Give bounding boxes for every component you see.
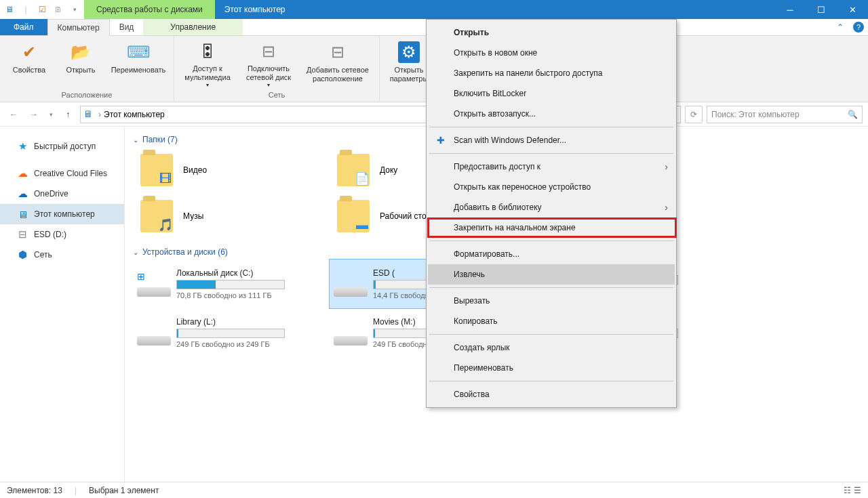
navigation-pane: ★Быстрый доступ☁Creative Cloud Files☁One… xyxy=(0,127,125,495)
ctx-give-access[interactable]: Предоставить доступ к xyxy=(428,157,675,177)
recent-dropdown[interactable]: ▾ xyxy=(46,106,56,123)
sidebar-item[interactable]: ☁OneDrive xyxy=(0,184,124,204)
nav-icon: ⊟ xyxy=(16,228,28,241)
ctx-copy[interactable]: Копировать xyxy=(428,311,675,331)
quick-access-toolbar: 🖥 | ☑ 🗎 ▾ xyxy=(0,0,84,19)
drive-item[interactable]: Library (L:)249 ГБ свободно из 249 ГБ xyxy=(133,308,330,357)
folder-icon: 🎵 xyxy=(140,200,173,232)
view-large-icon[interactable]: ☰ xyxy=(854,486,861,495)
folder-name: Рабочий стол xyxy=(380,211,431,221)
ctx-pin-quick[interactable]: Закрепить на панели быстрого доступа xyxy=(428,63,675,83)
folder-open-icon: 📂 xyxy=(70,41,92,63)
ctx-open-new-window[interactable]: Открыть в новом окне xyxy=(428,43,675,63)
contextual-tab-label: Средства работы с дисками xyxy=(84,0,215,19)
sidebar-item[interactable]: ★Быстрый доступ xyxy=(0,136,124,157)
drive-capacity-bar xyxy=(176,280,285,289)
drive-free-text: 70,8 ГБ свободно из 111 ГБ xyxy=(176,291,326,299)
nav-label: ESD (D:) xyxy=(34,230,66,239)
ribbon-group-location: ✔Свойства 📂Открыть ⌨Переименовать Распол… xyxy=(0,36,174,102)
drive-icon xyxy=(334,271,368,297)
drive-icon: ⊞ xyxy=(137,271,171,297)
qat-sep: | xyxy=(19,3,33,16)
this-pc-icon: 🖥 xyxy=(3,3,16,16)
ribbon-map-drive-button[interactable]: ⊟Подключитьсетевой диск▾ xyxy=(238,39,299,89)
ctx-separator xyxy=(429,381,673,381)
ctx-format[interactable]: Форматировать... xyxy=(428,244,675,264)
ctx-autorun[interactable]: Открыть автозапуск... xyxy=(428,104,675,124)
qat-dropdown-icon[interactable]: ▾ xyxy=(68,3,81,16)
window-title: Этот компьютер xyxy=(215,0,774,19)
nav-label: Быстрый доступ xyxy=(34,142,96,151)
search-input[interactable] xyxy=(711,110,848,119)
ctx-separator xyxy=(429,127,673,127)
ctx-open[interactable]: Открыть xyxy=(428,22,675,43)
status-selected: Выбран 1 элемент xyxy=(89,486,159,495)
ctx-separator xyxy=(429,241,673,241)
ribbon-open-button[interactable]: 📂Открыть xyxy=(56,39,106,89)
view-details-icon[interactable]: ☷ xyxy=(844,486,851,495)
ribbon-group-network: 🎛Доступ кмультимедиа▾ ⊟Подключитьсетевой… xyxy=(174,36,380,102)
ctx-properties[interactable]: Свойства xyxy=(428,384,675,404)
ctx-bitlocker[interactable]: Включить BitLocker xyxy=(428,83,675,104)
ribbon-rename-button[interactable]: ⌨Переименовать xyxy=(107,39,170,89)
ribbon-add-network-button[interactable]: ⊟Добавить сетевоерасположение xyxy=(300,39,375,89)
sidebar-item[interactable]: ⊟ESD (D:) xyxy=(0,224,124,245)
ctx-separator xyxy=(429,153,673,154)
ribbon-properties-button[interactable]: ✔Свойства xyxy=(4,39,54,89)
close-button[interactable]: ✕ xyxy=(837,0,868,19)
nav-icon: ☁ xyxy=(16,188,28,200)
ctx-library[interactable]: Добавить в библиотеку xyxy=(428,197,675,217)
folder-name: Музы xyxy=(183,211,203,221)
folder-name: Доку xyxy=(380,165,397,175)
sidebar-item[interactable]: ⬢Сеть xyxy=(0,245,124,265)
ribbon-collapse-icon[interactable]: ⌃ xyxy=(831,19,849,35)
nav-label: Creative Cloud Files xyxy=(34,169,107,178)
ribbon-media-access-button[interactable]: 🎛Доступ кмультимедиа▾ xyxy=(178,39,237,89)
nav-label: OneDrive xyxy=(34,189,68,199)
qat-check-icon[interactable]: ☑ xyxy=(35,3,49,16)
drive-name: Library (L:) xyxy=(176,317,326,327)
ctx-defender[interactable]: ✚Scan with Windows Defender... xyxy=(428,130,675,150)
forward-button[interactable]: → xyxy=(26,106,42,123)
ctx-cut[interactable]: Вырезать xyxy=(428,291,675,311)
nav-icon: ★ xyxy=(16,140,28,152)
sidebar-item[interactable]: 🖥Этот компьютер xyxy=(0,204,124,224)
folder-icon: ▬ xyxy=(337,200,370,232)
group-label-location: Расположение xyxy=(4,89,170,100)
status-count: Элементов: 13 xyxy=(7,486,62,495)
sidebar-item[interactable]: ☁Creative Cloud Files xyxy=(0,163,124,184)
drive-icon xyxy=(334,320,368,346)
help-icon[interactable]: ? xyxy=(853,22,864,33)
minimize-button[interactable]: ─ xyxy=(774,0,806,19)
tab-computer[interactable]: Компьютер xyxy=(47,19,110,36)
back-button[interactable]: ← xyxy=(5,106,22,123)
this-pc-icon: 🖥 xyxy=(83,108,96,121)
ctx-shortcut[interactable]: Создать ярлык xyxy=(428,337,675,358)
group-label-network: Сеть xyxy=(178,89,375,100)
tab-manage[interactable]: Управление xyxy=(143,19,243,35)
qat-doc-icon[interactable]: 🗎 xyxy=(52,3,65,16)
up-button[interactable]: ↑ xyxy=(60,106,76,123)
ctx-eject[interactable]: Извлечь xyxy=(428,264,675,285)
tab-view[interactable]: Вид xyxy=(110,19,144,35)
folder-item[interactable]: 🎵Музы xyxy=(133,193,330,239)
context-menu: Открыть Открыть в новом окне Закрепить н… xyxy=(426,19,677,408)
drive-name: Локальный диск (C:) xyxy=(176,268,326,278)
chevron-down-icon: ⌄ xyxy=(133,136,138,144)
drive-capacity-bar xyxy=(176,329,285,338)
maximize-button[interactable]: ☐ xyxy=(806,0,837,19)
tab-file[interactable]: Файл xyxy=(0,19,47,35)
search-box[interactable]: 🔍 xyxy=(707,106,863,123)
folder-item[interactable]: 🎞Видео xyxy=(133,147,330,193)
ctx-portable[interactable]: Открыть как переносное устройство xyxy=(428,177,675,197)
gear-icon: ⚙ xyxy=(398,41,420,63)
refresh-button[interactable]: ⟳ xyxy=(685,106,703,123)
nav-icon: ⬢ xyxy=(16,249,28,261)
nav-icon: 🖥 xyxy=(16,208,28,220)
map-drive-icon: ⊟ xyxy=(258,41,279,62)
ctx-separator xyxy=(429,287,673,288)
ctx-pin-start[interactable]: Закрепить на начальном экране xyxy=(428,217,675,238)
ctx-rename[interactable]: Переименовать xyxy=(428,358,675,378)
drive-item[interactable]: ⊞Локальный диск (C:)70,8 ГБ свободно из … xyxy=(133,260,330,308)
folder-name: Видео xyxy=(183,165,207,175)
